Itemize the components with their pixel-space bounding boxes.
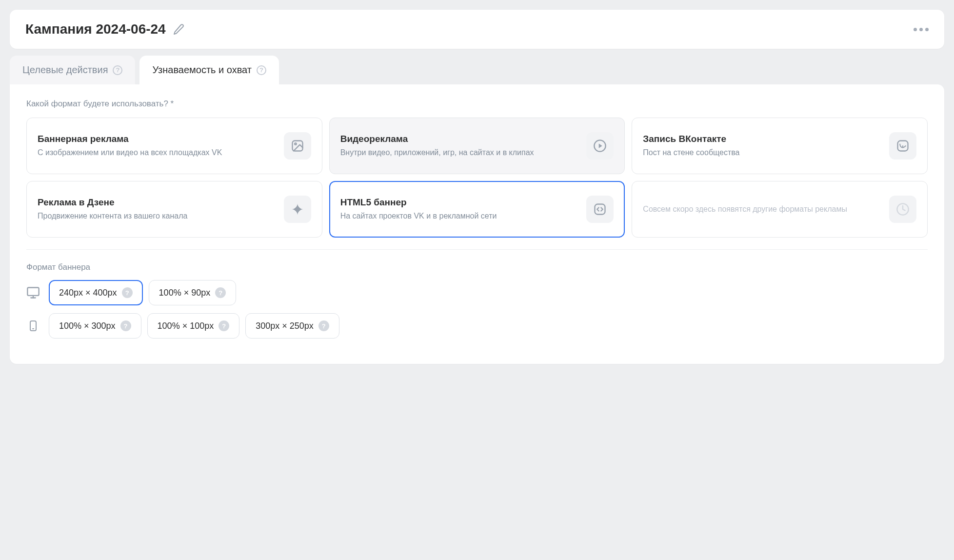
clock-icon [889, 196, 916, 223]
svg-point-1 [295, 143, 297, 145]
pill-100x300[interactable]: 100% × 300px ? [49, 313, 141, 339]
tab-awareness-reach[interactable]: Узнаваемость и охват ? [139, 56, 278, 84]
edit-title-icon[interactable] [173, 23, 184, 35]
banner-format-label: Формат баннера [26, 262, 928, 272]
vk-icon [889, 132, 916, 160]
help-icon[interactable]: ? [318, 320, 329, 331]
tab-label: Целевые действия [22, 64, 108, 76]
pill-label: 100% × 90px [159, 288, 211, 298]
svg-marker-3 [599, 143, 602, 148]
zen-icon [284, 196, 311, 223]
format-grid: Баннерная реклама С изображением или вид… [26, 118, 928, 238]
format-desc: На сайтах проектов VK и в рекламной сети [340, 211, 579, 221]
pill-label: 100% × 300px [59, 321, 116, 331]
format-card-banner[interactable]: Баннерная реклама С изображением или вид… [26, 118, 322, 174]
help-icon[interactable]: ? [113, 65, 122, 75]
pill-240x400[interactable]: 240px × 400px ? [49, 280, 143, 305]
tab-bar: Целевые действия ? Узнаваемость и охват … [10, 56, 944, 84]
more-menu-icon[interactable] [914, 28, 929, 31]
banner-row-mobile: 100% × 300px ? 100% × 100px ? 300px × 25… [26, 313, 928, 339]
help-icon[interactable]: ? [120, 320, 131, 331]
tab-label: Узнаваемость и охват [152, 64, 251, 76]
format-card-coming-soon: Совсем скоро здесь появятся другие форма… [632, 181, 928, 238]
format-title: Реклама в Дзене [38, 197, 276, 208]
format-question-label: Какой формат будете использовать? * [26, 99, 928, 109]
mobile-icon [26, 319, 40, 333]
format-card-video[interactable]: Видеореклама Внутри видео, приложений, и… [329, 118, 625, 174]
campaign-title: Кампания 2024-06-24 [25, 21, 166, 37]
banner-row-desktop: 240px × 400px ? 100% × 90px ? [26, 280, 928, 305]
pill-100x90[interactable]: 100% × 90px ? [149, 280, 237, 305]
format-title: Баннерная реклама [38, 134, 276, 144]
format-card-zen[interactable]: Реклама в Дзене Продвижение контента из … [26, 181, 322, 238]
pill-label: 300px × 250px [256, 321, 314, 331]
format-card-vk-post[interactable]: Запись ВКонтакте Пост на стене сообществ… [632, 118, 928, 174]
format-desc: Внутри видео, приложений, игр, на сайтах… [340, 147, 579, 158]
help-icon[interactable]: ? [122, 287, 133, 298]
help-icon[interactable]: ? [219, 320, 229, 331]
tab-target-actions[interactable]: Целевые действия ? [10, 56, 135, 84]
pill-label: 240px × 400px [59, 288, 117, 298]
help-icon[interactable]: ? [215, 287, 226, 298]
image-icon [284, 132, 311, 160]
pill-label: 100% × 100px [158, 321, 214, 331]
help-icon[interactable]: ? [257, 65, 266, 75]
format-desc: Пост на стене сообщества [643, 147, 881, 158]
format-desc: Продвижение контента из вашего канала [38, 211, 276, 221]
code-icon [586, 196, 614, 223]
svg-rect-5 [595, 204, 605, 215]
content-card: Какой формат будете использовать? * Банн… [10, 84, 944, 364]
format-title: HTML5 баннер [340, 197, 579, 208]
play-icon [586, 132, 614, 160]
divider [26, 249, 928, 250]
pill-300x250[interactable]: 300px × 250px ? [245, 313, 339, 339]
campaign-title-card: Кампания 2024-06-24 [10, 10, 944, 49]
format-title: Запись ВКонтакте [643, 134, 881, 144]
pill-100x100[interactable]: 100% × 100px ? [147, 313, 240, 339]
format-card-html5[interactable]: HTML5 баннер На сайтах проектов VK и в р… [329, 181, 625, 238]
svg-rect-7 [27, 288, 39, 296]
format-desc: С изображением или видео на всех площадк… [38, 147, 276, 158]
format-desc: Совсем скоро здесь появятся другие форма… [643, 204, 881, 215]
desktop-icon [26, 286, 40, 300]
format-title: Видеореклама [340, 134, 579, 144]
